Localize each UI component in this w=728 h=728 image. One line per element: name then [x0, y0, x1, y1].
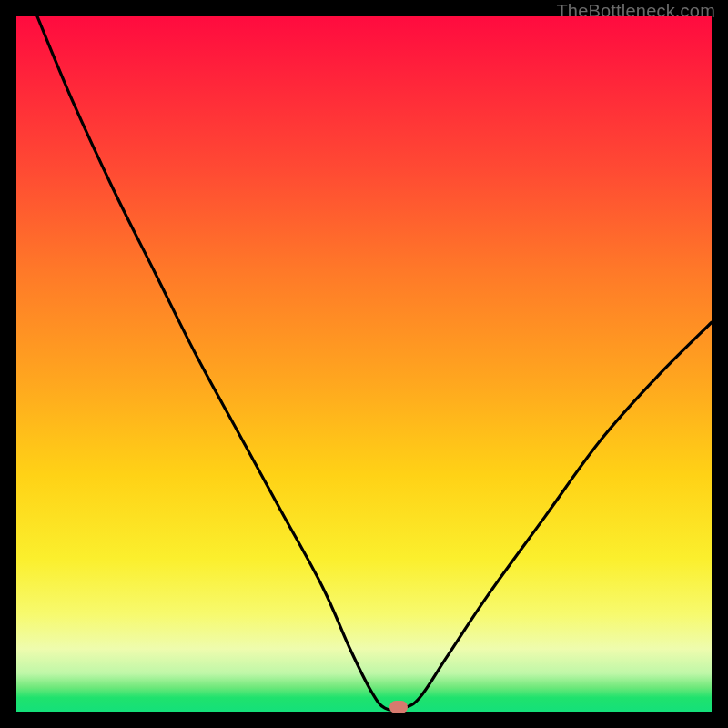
plot-area [16, 16, 712, 712]
chart-frame: TheBottleneck.com [0, 0, 728, 728]
optimum-marker [389, 701, 408, 713]
bottleneck-curve [16, 16, 712, 712]
